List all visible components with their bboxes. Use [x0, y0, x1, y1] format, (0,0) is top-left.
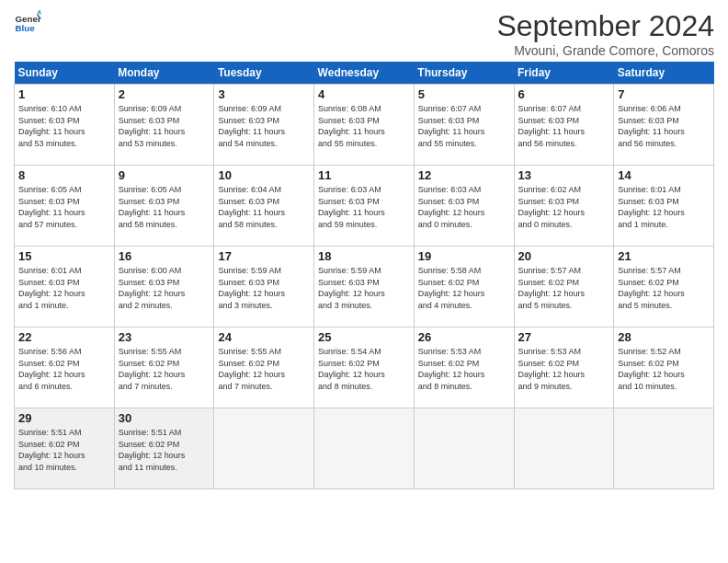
table-row: 21Sunrise: 5:57 AM Sunset: 6:02 PM Dayli…	[614, 247, 714, 327]
day-number: 6	[518, 87, 610, 101]
day-info: Sunrise: 5:55 AM Sunset: 6:02 PM Dayligh…	[119, 346, 210, 392]
day-number: 20	[518, 249, 610, 263]
day-number: 15	[18, 249, 110, 263]
table-row: 16Sunrise: 6:00 AM Sunset: 6:03 PM Dayli…	[114, 247, 214, 327]
day-number: 13	[518, 168, 610, 182]
day-number: 22	[18, 330, 110, 344]
logo: General Blue	[14, 9, 45, 37]
table-row: 15Sunrise: 6:01 AM Sunset: 6:03 PM Dayli…	[15, 247, 115, 327]
table-row: 5Sunrise: 6:07 AM Sunset: 6:03 PM Daylig…	[414, 85, 514, 166]
day-info: Sunrise: 5:53 AM Sunset: 6:02 PM Dayligh…	[418, 346, 510, 392]
header-monday: Monday	[114, 62, 214, 85]
day-number: 1	[18, 87, 110, 101]
day-number: 14	[618, 168, 710, 182]
day-info: Sunrise: 6:01 AM Sunset: 6:03 PM Dayligh…	[18, 265, 110, 311]
day-info: Sunrise: 6:09 AM Sunset: 6:03 PM Dayligh…	[218, 103, 310, 149]
day-info: Sunrise: 5:57 AM Sunset: 6:02 PM Dayligh…	[618, 265, 710, 311]
header-saturday: Saturday	[614, 62, 714, 85]
day-info: Sunrise: 5:59 AM Sunset: 6:03 PM Dayligh…	[318, 265, 410, 311]
logo-icon: General Blue	[14, 9, 41, 37]
table-row	[214, 408, 314, 489]
page-container: General Blue September 2024 Mvouni, Gran…	[0, 0, 728, 499]
day-info: Sunrise: 6:04 AM Sunset: 6:03 PM Dayligh…	[218, 184, 310, 230]
day-number: 30	[119, 411, 210, 425]
calendar-week-row: 29Sunrise: 5:51 AM Sunset: 6:02 PM Dayli…	[15, 408, 714, 489]
day-number: 29	[18, 411, 110, 425]
day-number: 18	[318, 249, 410, 263]
table-row: 20Sunrise: 5:57 AM Sunset: 6:02 PM Dayli…	[514, 247, 614, 327]
day-info: Sunrise: 5:56 AM Sunset: 6:02 PM Dayligh…	[18, 346, 110, 392]
day-number: 9	[119, 168, 210, 182]
table-row: 13Sunrise: 6:02 AM Sunset: 6:03 PM Dayli…	[514, 166, 614, 247]
day-number: 12	[418, 168, 510, 182]
svg-text:Blue: Blue	[16, 23, 36, 33]
day-number: 24	[218, 330, 310, 344]
table-row: 4Sunrise: 6:08 AM Sunset: 6:03 PM Daylig…	[314, 85, 415, 166]
table-row: 1Sunrise: 6:10 AM Sunset: 6:03 PM Daylig…	[15, 85, 115, 166]
day-info: Sunrise: 6:05 AM Sunset: 6:03 PM Dayligh…	[119, 184, 210, 230]
day-info: Sunrise: 6:02 AM Sunset: 6:03 PM Dayligh…	[518, 184, 610, 230]
day-info: Sunrise: 6:01 AM Sunset: 6:03 PM Dayligh…	[618, 184, 710, 230]
month-title: September 2024	[496, 9, 714, 43]
location-subtitle: Mvouni, Grande Comore, Comoros	[496, 43, 714, 58]
day-info: Sunrise: 6:05 AM Sunset: 6:03 PM Dayligh…	[18, 184, 110, 230]
day-number: 8	[18, 168, 110, 182]
table-row: 27Sunrise: 5:53 AM Sunset: 6:02 PM Dayli…	[514, 327, 614, 408]
table-row: 9Sunrise: 6:05 AM Sunset: 6:03 PM Daylig…	[114, 166, 214, 247]
day-number: 17	[218, 249, 310, 263]
day-info: Sunrise: 6:07 AM Sunset: 6:03 PM Dayligh…	[418, 103, 510, 149]
day-info: Sunrise: 6:10 AM Sunset: 6:03 PM Dayligh…	[18, 103, 110, 149]
table-row: 30Sunrise: 5:51 AM Sunset: 6:02 PM Dayli…	[114, 408, 214, 489]
day-info: Sunrise: 5:59 AM Sunset: 6:03 PM Dayligh…	[218, 265, 310, 311]
day-info: Sunrise: 5:55 AM Sunset: 6:02 PM Dayligh…	[218, 346, 310, 392]
day-info: Sunrise: 5:52 AM Sunset: 6:02 PM Dayligh…	[618, 346, 710, 392]
day-info: Sunrise: 5:54 AM Sunset: 6:02 PM Dayligh…	[318, 346, 410, 392]
day-number: 10	[218, 168, 310, 182]
day-info: Sunrise: 5:51 AM Sunset: 6:02 PM Dayligh…	[119, 427, 210, 473]
table-row: 24Sunrise: 5:55 AM Sunset: 6:02 PM Dayli…	[214, 327, 314, 408]
table-row: 23Sunrise: 5:55 AM Sunset: 6:02 PM Dayli…	[114, 327, 214, 408]
day-number: 21	[618, 249, 710, 263]
table-row: 12Sunrise: 6:03 AM Sunset: 6:03 PM Dayli…	[414, 166, 514, 247]
day-number: 5	[418, 87, 510, 101]
header-thursday: Thursday	[414, 62, 514, 85]
calendar-table: Sunday Monday Tuesday Wednesday Thursday…	[14, 62, 714, 489]
table-row	[514, 408, 614, 489]
table-row: 18Sunrise: 5:59 AM Sunset: 6:03 PM Dayli…	[314, 247, 415, 327]
header-tuesday: Tuesday	[214, 62, 314, 85]
day-number: 19	[418, 249, 510, 263]
table-row: 29Sunrise: 5:51 AM Sunset: 6:02 PM Dayli…	[15, 408, 115, 489]
day-number: 23	[119, 330, 210, 344]
day-number: 27	[518, 330, 610, 344]
day-number: 28	[618, 330, 710, 344]
calendar-week-row: 8Sunrise: 6:05 AM Sunset: 6:03 PM Daylig…	[15, 166, 714, 247]
header-friday: Friday	[514, 62, 614, 85]
day-info: Sunrise: 6:08 AM Sunset: 6:03 PM Dayligh…	[318, 103, 410, 149]
table-row: 10Sunrise: 6:04 AM Sunset: 6:03 PM Dayli…	[214, 166, 314, 247]
table-row: 2Sunrise: 6:09 AM Sunset: 6:03 PM Daylig…	[114, 85, 214, 166]
table-row: 19Sunrise: 5:58 AM Sunset: 6:02 PM Dayli…	[414, 247, 514, 327]
day-info: Sunrise: 5:53 AM Sunset: 6:02 PM Dayligh…	[518, 346, 610, 392]
day-info: Sunrise: 6:03 AM Sunset: 6:03 PM Dayligh…	[418, 184, 510, 230]
day-number: 7	[618, 87, 710, 101]
day-number: 4	[318, 87, 410, 101]
table-row: 25Sunrise: 5:54 AM Sunset: 6:02 PM Dayli…	[314, 327, 415, 408]
day-number: 26	[418, 330, 510, 344]
day-info: Sunrise: 5:51 AM Sunset: 6:02 PM Dayligh…	[18, 427, 110, 473]
day-number: 25	[318, 330, 410, 344]
table-row: 17Sunrise: 5:59 AM Sunset: 6:03 PM Dayli…	[214, 247, 314, 327]
header: General Blue September 2024 Mvouni, Gran…	[14, 9, 714, 58]
day-info: Sunrise: 6:09 AM Sunset: 6:03 PM Dayligh…	[119, 103, 210, 149]
calendar-week-row: 1Sunrise: 6:10 AM Sunset: 6:03 PM Daylig…	[15, 85, 714, 166]
table-row: 26Sunrise: 5:53 AM Sunset: 6:02 PM Dayli…	[414, 327, 514, 408]
day-info: Sunrise: 6:03 AM Sunset: 6:03 PM Dayligh…	[318, 184, 410, 230]
header-sunday: Sunday	[15, 62, 115, 85]
day-info: Sunrise: 6:00 AM Sunset: 6:03 PM Dayligh…	[119, 265, 210, 311]
calendar-week-row: 15Sunrise: 6:01 AM Sunset: 6:03 PM Dayli…	[15, 247, 714, 327]
title-block: September 2024 Mvouni, Grande Comore, Co…	[496, 9, 714, 58]
calendar-week-row: 22Sunrise: 5:56 AM Sunset: 6:02 PM Dayli…	[15, 327, 714, 408]
header-wednesday: Wednesday	[314, 62, 415, 85]
table-row: 14Sunrise: 6:01 AM Sunset: 6:03 PM Dayli…	[614, 166, 714, 247]
day-info: Sunrise: 6:06 AM Sunset: 6:03 PM Dayligh…	[618, 103, 710, 149]
table-row: 11Sunrise: 6:03 AM Sunset: 6:03 PM Dayli…	[314, 166, 415, 247]
